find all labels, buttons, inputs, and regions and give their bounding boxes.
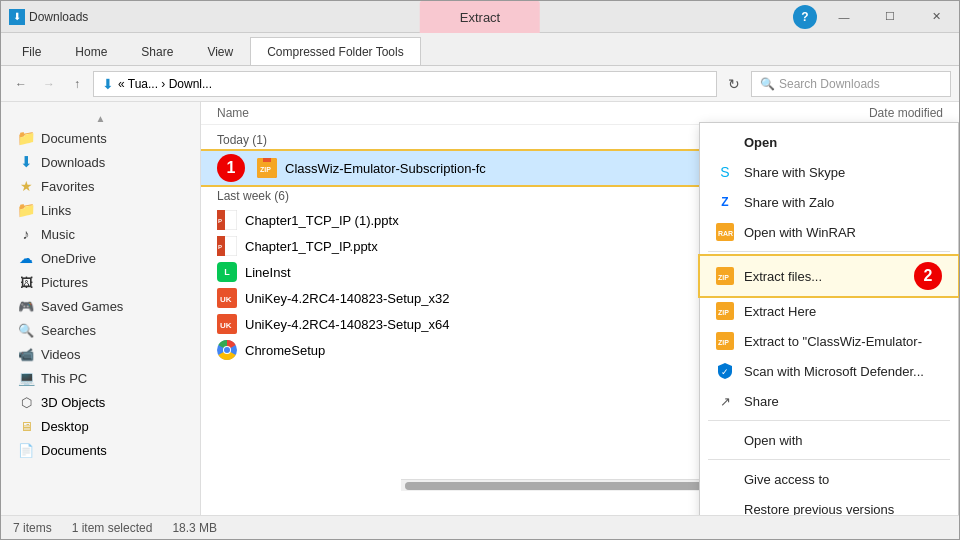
sidebar-item-desktop[interactable]: 🖥 Desktop (1, 414, 200, 438)
status-bar: 7 items 1 item selected 18.3 MB (1, 515, 959, 539)
search-box[interactable]: 🔍 Search Downloads (751, 71, 951, 97)
ctx-open-with-label: Open with (744, 433, 803, 448)
svg-text:✓: ✓ (721, 367, 729, 377)
chrome-icon (217, 340, 237, 360)
ctx-give-access[interactable]: Give access to (700, 464, 958, 494)
zalo-icon: Z (716, 193, 734, 211)
ctx-extract-to-label: Extract to "ClassWiz-Emulator- (744, 334, 922, 349)
tab-share[interactable]: Share (124, 37, 190, 65)
shield-icon: ✓ (716, 362, 734, 380)
sidebar-item-this-pc[interactable]: 💻 This PC (1, 366, 200, 390)
tab-home[interactable]: Home (58, 37, 124, 65)
sidebar-item-downloads[interactable]: ⬇ Downloads (1, 150, 200, 174)
ctx-extract-here[interactable]: ZIP Extract Here (700, 296, 958, 326)
extract-tab[interactable]: Extract (420, 1, 540, 33)
file-name-lineinst: LineInst (245, 265, 291, 280)
ctx-scan-label: Scan with Microsoft Defender... (744, 364, 924, 379)
sidebar-item-favorites[interactable]: ★ Favorites (1, 174, 200, 198)
sidebar-label-desktop: Desktop (41, 419, 89, 434)
svg-text:ZIP: ZIP (718, 309, 729, 316)
svg-text:P: P (218, 244, 222, 250)
separator-1 (708, 251, 950, 252)
refresh-button[interactable]: ↻ (721, 71, 747, 97)
ctx-extract-files-label: Extract files... (744, 269, 822, 284)
sidebar-item-pictures[interactable]: 🖼 Pictures (1, 270, 200, 294)
ctx-open-with[interactable]: Open with (700, 425, 958, 455)
ctx-share-skype[interactable]: S Share with Skype (700, 157, 958, 187)
separator-3 (708, 459, 950, 460)
sidebar-label-3d-objects: 3D Objects (41, 395, 105, 410)
ctx-share-label: Share (744, 394, 779, 409)
back-button[interactable]: ← (9, 72, 33, 96)
ctx-zalo-label: Share with Zalo (744, 195, 834, 210)
sidebar-label-searches: Searches (41, 323, 96, 338)
pictures-icon: 🖼 (17, 273, 35, 291)
zip-icon: ZIP (257, 158, 277, 178)
sidebar-item-videos[interactable]: 📹 Videos (1, 342, 200, 366)
ctx-share-zalo[interactable]: Z Share with Zalo (700, 187, 958, 217)
line-icon: L (217, 262, 237, 282)
help-button[interactable]: ? (793, 5, 817, 29)
svg-text:ZIP: ZIP (718, 339, 729, 346)
sidebar-label-documents: Documents (41, 131, 107, 146)
sidebar-item-links[interactable]: 📁 Links (1, 198, 200, 222)
folder-icon: 📁 (17, 201, 35, 219)
column-header-date: Date modified (803, 106, 943, 120)
address-bar: ← → ↑ ⬇ « Tua... › Downl... ↻ 🔍 Search D… (1, 66, 959, 102)
ctx-open[interactable]: Open (700, 127, 958, 157)
sidebar-label-savedgames: Saved Games (41, 299, 123, 314)
sidebar-label-pictures: Pictures (41, 275, 88, 290)
file-name-unikey-x32: UniKey-4.2RC4-140823-Setup_x32 (245, 291, 450, 306)
status-item-count: 7 items (13, 521, 52, 535)
sidebar-label-favorites: Favorites (41, 179, 94, 194)
search-icon: 🔍 (760, 77, 775, 91)
ctx-extract-to[interactable]: ZIP Extract to "ClassWiz-Emulator- (700, 326, 958, 356)
status-size: 18.3 MB (172, 521, 217, 535)
path-download-icon: ⬇ (102, 76, 114, 92)
share-icon: ↗ (716, 392, 734, 410)
svg-text:P: P (218, 218, 222, 224)
close-button[interactable]: ✕ (913, 1, 959, 33)
ctx-skype-label: Share with Skype (744, 165, 845, 180)
sidebar-scroll-up[interactable]: ▲ (1, 110, 200, 126)
sidebar-item-onedrive[interactable]: ☁ OneDrive (1, 246, 200, 270)
unikey-icon-x32: UK (217, 288, 237, 308)
sidebar-item-savedgames[interactable]: 🎮 Saved Games (1, 294, 200, 318)
maximize-button[interactable]: ☐ (867, 1, 913, 33)
ribbon-tabs: File Home Share View Compressed Folder T… (1, 33, 959, 65)
explorer-window: ⬇ Downloads Extract ? — ☐ ✕ File Home Sh… (0, 0, 960, 540)
searches-icon: 🔍 (17, 321, 35, 339)
tab-compressed-folder-tools[interactable]: Compressed Folder Tools (250, 37, 421, 65)
ctx-share[interactable]: ↗ Share (700, 386, 958, 416)
minimize-button[interactable]: — (821, 1, 867, 33)
ctx-restore-versions[interactable]: Restore previous versions (700, 494, 958, 515)
sidebar: ▲ 📁 Documents ⬇ Downloads ★ Favorites 📁 … (1, 102, 201, 515)
sidebar-item-music[interactable]: ♪ Music (1, 222, 200, 246)
file-name-unikey-x64: UniKey-4.2RC4-140823-Setup_x64 (245, 317, 450, 332)
sidebar-label-videos: Videos (41, 347, 81, 362)
document-icon: 📄 (17, 441, 35, 459)
scroll-thumb (405, 482, 735, 490)
open-icon (716, 133, 734, 151)
forward-button[interactable]: → (37, 72, 61, 96)
ctx-open-winrar[interactable]: RAR Open with WinRAR (700, 217, 958, 247)
pptx-icon: P (217, 210, 237, 230)
sidebar-item-documents[interactable]: 📁 Documents (1, 126, 200, 150)
threed-icon: ⬡ (17, 393, 35, 411)
ctx-scan-defender[interactable]: ✓ Scan with Microsoft Defender... (700, 356, 958, 386)
zip-file-icon: ZIP (257, 158, 277, 178)
sidebar-item-searches[interactable]: 🔍 Searches (1, 318, 200, 342)
restore-icon (716, 500, 734, 515)
address-path[interactable]: ⬇ « Tua... › Downl... (93, 71, 717, 97)
sidebar-item-3d-objects[interactable]: ⬡ 3D Objects (1, 390, 200, 414)
svg-point-15 (224, 347, 230, 353)
sidebar-item-documents-pc[interactable]: 📄 Documents (1, 438, 200, 462)
extract-files-icon: ZIP (716, 267, 734, 285)
ctx-extract-files[interactable]: ZIP Extract files... 2 (700, 256, 958, 296)
tab-view[interactable]: View (190, 37, 250, 65)
step2-badge: 2 (914, 262, 942, 290)
tab-file[interactable]: File (5, 37, 58, 65)
ctx-give-access-label: Give access to (744, 472, 829, 487)
music-icon: ♪ (17, 225, 35, 243)
up-button[interactable]: ↑ (65, 72, 89, 96)
